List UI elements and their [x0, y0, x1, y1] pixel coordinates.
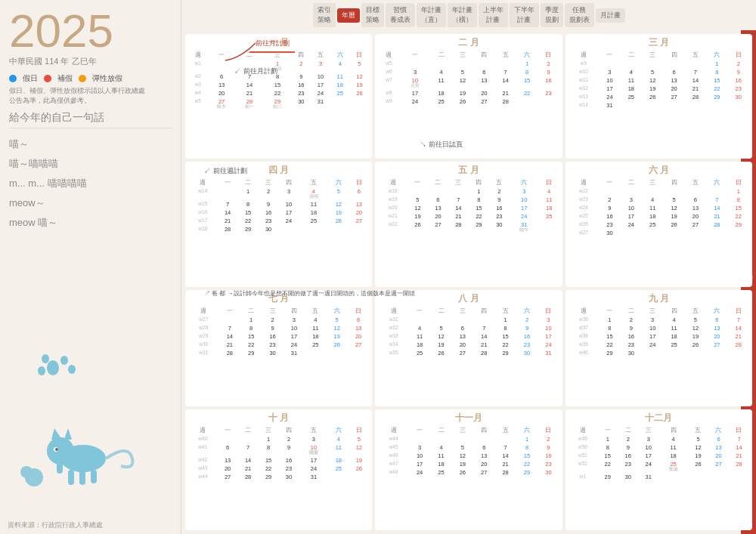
month-title-2: 二 月	[378, 36, 559, 49]
flex-label: 彈性放假	[92, 73, 122, 84]
motto-line-2: 喵～喵喵喵	[9, 154, 172, 174]
top-nav: 索引策略 年曆 目標策略 習慣養成表 年計畫（直） 年計畫（橫） 上半年計畫 下…	[181, 0, 756, 30]
sub-title: 中華民國 114 年 乙巳年	[9, 56, 172, 67]
motto-line-3: m... m... 喵喵喵喵	[9, 174, 172, 193]
month-title-6: 六 月	[569, 164, 749, 177]
svg-point-1	[60, 356, 68, 365]
svg-rect-11	[91, 470, 97, 483]
motto-line-5: meow 喵～	[9, 213, 172, 233]
month-title-9: 九 月	[569, 292, 749, 305]
flex-dot	[79, 75, 86, 82]
month-title-4: 四 月	[188, 164, 369, 177]
month-block-7: 七 月週一二三四五六日w27123456w2878910111213w29141…	[185, 290, 372, 406]
nav-btn-quarter[interactable]: 季度規劃	[541, 3, 563, 27]
svg-rect-12	[57, 458, 63, 474]
calendar-area: 一 月週一二三四五六日w11元旦2345w26789101112w3131415…	[181, 30, 756, 534]
month-title-8: 八 月	[378, 292, 559, 305]
month-block-3: 三 月週一二三四五六日w912w103456789w11101112131415…	[565, 34, 752, 159]
month-block-1: 一 月週一二三四五六日w11元旦2345w26789101112w3131415…	[185, 34, 372, 159]
svg-point-0	[47, 360, 59, 375]
svg-point-3	[68, 365, 76, 374]
nav-btn-yearly-v[interactable]: 年計畫（直）	[417, 3, 446, 27]
month-title-11: 十一月	[378, 412, 559, 424]
month-title-5: 五 月	[378, 164, 559, 177]
month-block-10: 十 月週一二三四五六日w4012345w41678910國慶1112w42131…	[185, 409, 372, 530]
month-title-12: 十二月	[569, 412, 749, 424]
month-block-4: 四 月週一二三四五六日w141234清明56w1578910111213w161…	[185, 162, 372, 286]
svg-marker-7	[51, 428, 62, 440]
makeup-label: 補假	[57, 73, 73, 84]
cat-illustration	[8, 338, 159, 489]
nav-btn-task[interactable]: 任務規劃表	[565, 3, 594, 27]
motto-line-4: meow～	[9, 193, 172, 213]
svg-marker-8	[64, 428, 72, 440]
nav-btn-second-half[interactable]: 下半年計畫	[510, 3, 539, 27]
holiday-label: 假日	[23, 73, 38, 84]
svg-point-2	[42, 354, 49, 363]
motto-title: 給今年的自己一句話	[9, 111, 172, 128]
makeup-dot	[44, 75, 51, 82]
source-text: 資料來源：行政院行政人事總處	[8, 520, 103, 530]
left-panel: 2025 中華民國 114 年 乙巳年 假日 補假 彈性放假 假日、補假、彈性放…	[0, 0, 181, 534]
svg-rect-9	[68, 470, 74, 485]
svg-rect-10	[79, 470, 85, 485]
nav-btn-monthly[interactable]: 月計畫	[596, 8, 625, 23]
month-block-9: 九 月週一二三四五六日w361234567w37891011121314w381…	[565, 290, 752, 406]
month-block-12: 十二月週一二三四五六日w491234567w50891011121314w511…	[565, 409, 752, 530]
month-title-7: 七 月	[188, 292, 369, 305]
nav-btn-habit[interactable]: 習慣養成表	[386, 3, 415, 27]
nav-btn-index[interactable]: 索引策略	[313, 3, 336, 27]
month-block-8: 八 月週一二三四五六日w31123w3245678910w33111213141…	[375, 290, 562, 406]
year-title: 2025	[9, 8, 172, 54]
month-block-11: 十一月週一二三四五六日w4412w453456789w4610111213141…	[375, 409, 562, 530]
nav-btn-yearly-h[interactable]: 年計畫（橫）	[448, 3, 477, 27]
month-title-3: 三 月	[569, 36, 749, 49]
nav-btn-first-half[interactable]: 上半年計畫	[479, 3, 508, 27]
holiday-dot	[9, 75, 17, 82]
nav-btn-goal[interactable]: 目標策略	[361, 3, 384, 27]
calendar-grid: 一 月週一二三四五六日w11元旦2345w26789101112w3131415…	[185, 34, 752, 530]
month-title-10: 十 月	[188, 412, 369, 424]
motto-content: 喵～ 喵～喵喵喵 m... m... 喵喵喵喵 meow～ meow 喵～	[9, 134, 172, 233]
svg-point-14	[55, 448, 58, 451]
nav-btn-annual[interactable]: 年曆	[337, 8, 360, 23]
svg-point-4	[38, 366, 45, 375]
month-block-5: 五 月週一二三四五六日w181234w19567891011w201213141…	[375, 162, 562, 286]
motto-line-1: 喵～	[9, 134, 172, 154]
month-title-1: 一 月	[188, 36, 369, 49]
legend-note: 假日、補假、彈性放假標示請以人事行政總處公告為準，此為僅供參考。	[9, 86, 172, 105]
month-block-6: 六 月週一二三四五六日w221w232345678w24910111213141…	[565, 162, 752, 286]
month-block-2: 二 月週一二三四五六日w512w63456789w710元宵1112131415…	[375, 34, 562, 159]
